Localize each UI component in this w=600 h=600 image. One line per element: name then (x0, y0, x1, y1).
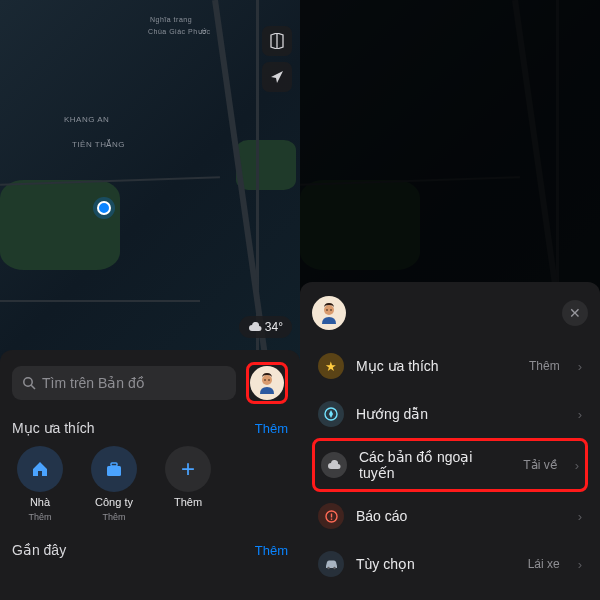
cloud-icon (248, 322, 262, 332)
search-placeholder: Tìm trên Bản đồ (42, 375, 145, 391)
search-sheet: Tìm trên Bản đồ Mục ưa thích Thêm Nhà Th… (0, 350, 300, 600)
profile-avatar[interactable] (312, 296, 346, 330)
home-icon (30, 459, 50, 479)
recent-more-link[interactable]: Thêm (255, 543, 288, 558)
map-area-label: TIÊN THẮNG (72, 140, 125, 149)
star-icon: ★ (318, 353, 344, 379)
car-icon (318, 551, 344, 577)
chevron-right-icon: › (578, 359, 582, 374)
svg-line-1 (31, 385, 35, 389)
svg-rect-12 (330, 513, 331, 517)
compass-icon (318, 401, 344, 427)
chevron-right-icon: › (578, 509, 582, 524)
menu-action: Tải về (523, 458, 556, 472)
favorite-work[interactable]: Công ty Thêm (86, 446, 142, 522)
user-location-dot (97, 201, 111, 215)
map-poi-label: Nghĩa trang (150, 16, 192, 23)
svg-rect-6 (111, 463, 117, 466)
close-button[interactable]: ✕ (562, 300, 588, 326)
map-poi-label: Chùa Giác Phước (148, 28, 211, 36)
map-mode-button[interactable] (262, 26, 292, 56)
svg-point-2 (262, 375, 272, 385)
profile-menu-sheet: ✕ ★ Mục ưa thích Thêm › Hướng dẫn › Các … (300, 282, 600, 600)
favorites-title: Mục ưa thích (12, 420, 95, 436)
menu-label: Tùy chọn (356, 556, 516, 572)
favorite-home[interactable]: Nhà Thêm (12, 446, 68, 522)
search-input[interactable]: Tìm trên Bản đồ (12, 366, 236, 400)
svg-point-14 (327, 567, 329, 569)
close-icon: ✕ (569, 305, 581, 321)
svg-point-7 (324, 305, 334, 315)
svg-point-8 (326, 309, 328, 311)
report-icon (318, 503, 344, 529)
menu-label: Hướng dẫn (356, 406, 560, 422)
chevron-right-icon: › (575, 458, 579, 473)
menu-label: Báo cáo (356, 508, 560, 524)
favorite-label: Thêm (174, 496, 202, 508)
weather-badge[interactable]: 34° (239, 316, 292, 338)
menu-item-offline-maps-highlight[interactable]: Các bản đồ ngoại tuyến Tải về › (312, 438, 588, 492)
plus-icon: + (181, 455, 195, 483)
menu-label: Các bản đồ ngoại tuyến (359, 449, 511, 481)
menu-item-favorites[interactable]: ★ Mục ưa thích Thêm › (312, 342, 588, 390)
menu-action: Thêm (529, 359, 560, 373)
svg-rect-5 (107, 466, 121, 476)
chevron-right-icon: › (578, 407, 582, 422)
menu-item-report[interactable]: Báo cáo › (312, 492, 588, 540)
locate-button[interactable] (262, 62, 292, 92)
favorite-sublabel: Thêm (28, 512, 51, 522)
cloud-download-icon (321, 452, 347, 478)
briefcase-icon (104, 459, 124, 479)
screenshot-left: Nghĩa trang Chùa Giác Phước KHANG AN TIÊ… (0, 0, 300, 600)
menu-action: Lái xe (528, 557, 560, 571)
menu-item-guides[interactable]: Hướng dẫn › (312, 390, 588, 438)
favorite-sublabel: Thêm (102, 512, 125, 522)
menu-label: Mục ưa thích (356, 358, 517, 374)
screenshot-right: ✕ ★ Mục ưa thích Thêm › Hướng dẫn › Các … (300, 0, 600, 600)
map-controls (262, 26, 292, 92)
svg-point-3 (264, 379, 266, 381)
favorite-label: Công ty (95, 496, 133, 508)
svg-point-4 (268, 379, 270, 381)
profile-button-highlight (246, 362, 288, 404)
favorites-more-link[interactable]: Thêm (255, 421, 288, 436)
menu-item-preferences[interactable]: Tùy chọn Lái xe › (312, 540, 588, 588)
profile-avatar-button[interactable] (250, 366, 284, 400)
favorites-row: Nhà Thêm Công ty Thêm + Thêm (12, 446, 288, 522)
weather-temp: 34° (265, 320, 283, 334)
recent-title: Gần đây (12, 542, 66, 558)
search-icon (22, 376, 36, 390)
favorite-label: Nhà (30, 496, 50, 508)
svg-point-0 (24, 378, 32, 386)
map-area-label: KHANG AN (64, 115, 109, 124)
svg-point-9 (330, 309, 332, 311)
svg-point-15 (333, 567, 335, 569)
chevron-right-icon: › (578, 557, 582, 572)
favorite-add[interactable]: + Thêm (160, 446, 216, 522)
svg-rect-13 (330, 518, 331, 519)
